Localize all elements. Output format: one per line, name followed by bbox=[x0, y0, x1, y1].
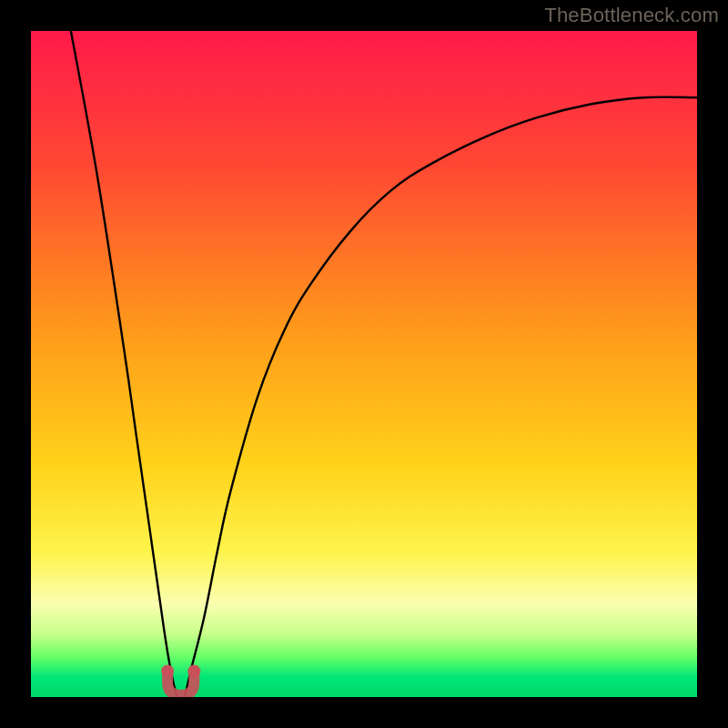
svg-point-1 bbox=[161, 664, 174, 677]
chart-frame: TheBottleneck.com bbox=[0, 0, 728, 728]
svg-point-2 bbox=[187, 664, 200, 677]
watermark-text: TheBottleneck.com bbox=[544, 4, 719, 27]
plot-background bbox=[31, 31, 697, 697]
chart-svg bbox=[0, 0, 728, 728]
